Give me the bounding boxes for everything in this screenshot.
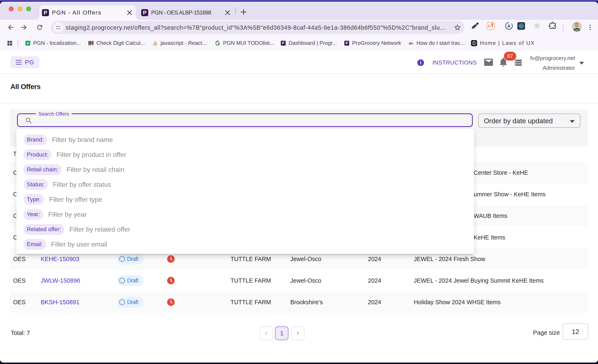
- svg-text:P: P: [346, 41, 348, 45]
- svg-text:P: P: [282, 41, 284, 45]
- svg-text:A: A: [507, 24, 511, 29]
